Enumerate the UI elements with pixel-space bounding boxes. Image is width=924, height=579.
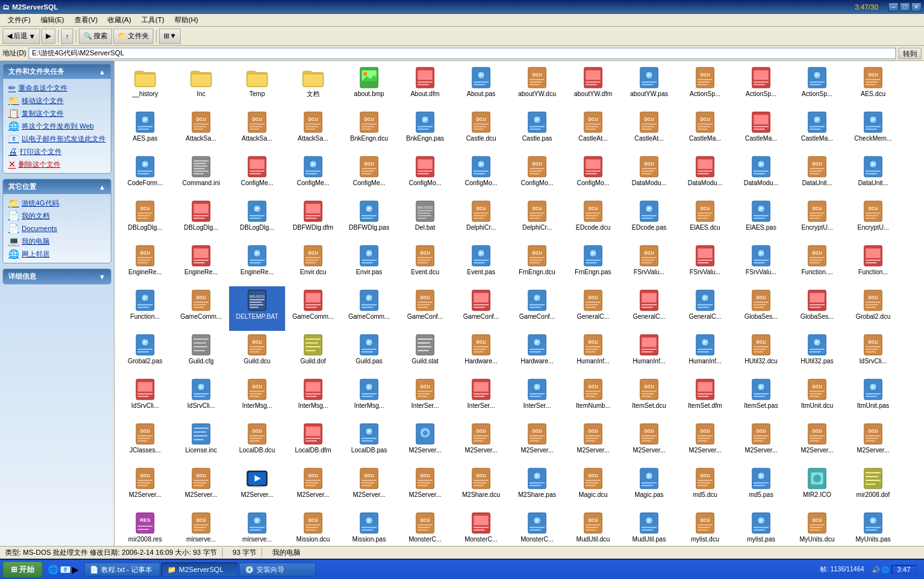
file-item[interactable]: ConfigMo...: [397, 153, 453, 197]
file-item[interactable]: PEngineRe...: [229, 242, 285, 286]
sidebar-move[interactable]: 📁 移动这个文件: [6, 94, 108, 107]
file-item[interactable]: DCUM2Server...: [845, 420, 901, 464]
sidebar-documents[interactable]: 📄 Documents: [6, 222, 108, 235]
file-item[interactable]: about.bmp: [341, 64, 397, 108]
file-item[interactable]: InterSer...: [453, 375, 509, 420]
file-item[interactable]: DCUDelphiCr...: [453, 197, 509, 242]
file-item[interactable]: DCUM2Server...: [285, 464, 341, 509]
sidebar-publish[interactable]: 🌐 将这个文件发布到 Web: [6, 120, 108, 132]
file-item[interactable]: DataModu...: [677, 153, 733, 197]
file-item[interactable]: PDBFWDlg.pas: [341, 197, 397, 242]
file-item[interactable]: PMudUtil.pas: [621, 509, 677, 546]
file-item[interactable]: GlobaSes...: [789, 286, 845, 331]
file-item[interactable]: DCUGuild.dcu: [229, 331, 285, 375]
file-item[interactable]: Pmirserve...: [229, 509, 285, 546]
file-item[interactable]: MS-DOSDELTEMP.BAT: [229, 286, 285, 331]
file-item[interactable]: PDBLogDlg...: [229, 197, 285, 242]
file-item[interactable]: Temp: [229, 64, 285, 108]
file-item[interactable]: PGameConf...: [509, 286, 565, 331]
file-item[interactable]: IdSrvCli...: [117, 375, 173, 420]
file-item[interactable]: DCUAttackSa...: [285, 108, 341, 153]
file-item[interactable]: __history: [117, 64, 173, 108]
file-item[interactable]: DCUGrobal2.dcu: [845, 286, 901, 331]
file-item[interactable]: DCUM2Server...: [453, 420, 509, 464]
menu-tools[interactable]: 工具(T): [136, 14, 169, 26]
file-item[interactable]: EngineRe...: [173, 242, 229, 286]
file-item[interactable]: PInterSer...: [509, 375, 565, 420]
file-item[interactable]: MIR2.ICO: [789, 464, 845, 509]
close-button[interactable]: ✕: [911, 3, 921, 11]
file-item[interactable]: Guild.dof: [285, 331, 341, 375]
file-item[interactable]: PBnkEngn.pas: [397, 108, 453, 153]
file-item[interactable]: DCUDBLogDlg...: [117, 197, 173, 242]
sidebar-section-file-tasks-header[interactable]: 文件和文件夹任务 ▲: [3, 64, 111, 79]
file-item[interactable]: DBFWDlg.dfm: [285, 197, 341, 242]
file-item[interactable]: DCUAttackSa...: [229, 108, 285, 153]
file-item[interactable]: CastleMa...: [733, 108, 789, 153]
file-item[interactable]: DCUJClasses...: [117, 420, 173, 464]
taskbar-item-notepad[interactable]: 📄 教程.txt - 记事本: [84, 562, 160, 576]
file-item[interactable]: PActionSp...: [789, 64, 845, 108]
search-button[interactable]: 🔍 搜索: [79, 29, 112, 44]
taskbar-item-explorer[interactable]: 📁 M2ServerSQL: [162, 562, 238, 576]
file-item[interactable]: PHumanInf...: [677, 331, 733, 375]
file-item[interactable]: DCUM2Share.dcu: [453, 464, 509, 509]
file-item[interactable]: ⚙M2Server...: [397, 420, 453, 464]
file-item[interactable]: PaboutYW.pas: [621, 64, 677, 108]
file-item[interactable]: MS-DOSDel.bat: [397, 197, 453, 242]
file-item[interactable]: PCastle.pas: [509, 108, 565, 153]
file-item[interactable]: PCastleMa...: [789, 108, 845, 153]
file-item[interactable]: PDataModu...: [733, 153, 789, 197]
file-item[interactable]: DCUHardware...: [453, 331, 509, 375]
menu-file[interactable]: 文件(F): [3, 14, 36, 26]
file-item[interactable]: PMonsterC...: [509, 509, 565, 546]
file-item[interactable]: DCUHumanInf...: [565, 331, 621, 375]
up-button[interactable]: ↑: [61, 29, 74, 44]
quick-email-icon[interactable]: 📧: [60, 564, 71, 575]
file-item[interactable]: Function...: [845, 242, 901, 286]
file-item[interactable]: Pmylist.pas: [733, 509, 789, 546]
file-item[interactable]: DCUCastleMa...: [677, 108, 733, 153]
file-item[interactable]: PAbout.pas: [453, 64, 509, 108]
file-item[interactable]: PConfigMo...: [453, 153, 509, 197]
file-item[interactable]: HumanInf...: [621, 331, 677, 375]
file-item[interactable]: mir2008.dof: [845, 464, 901, 509]
file-item[interactable]: DCUDataUnit...: [789, 153, 845, 197]
file-item[interactable]: PInterMsg...: [341, 375, 397, 420]
file-item[interactable]: VideoM2Server...: [229, 464, 285, 509]
maximize-button[interactable]: □: [900, 3, 910, 11]
file-item[interactable]: DCUFunction....: [789, 242, 845, 286]
file-item[interactable]: DCUMudUtil.dcu: [565, 509, 621, 546]
file-item[interactable]: DCUM2Server...: [117, 464, 173, 509]
file-item[interactable]: MonsterC...: [453, 509, 509, 546]
sidebar-rename[interactable]: ✏ 重命名这个文件: [6, 81, 108, 94]
file-item[interactable]: PGameComm...: [341, 286, 397, 331]
file-item[interactable]: DCUConfigMe...: [341, 153, 397, 197]
file-item[interactable]: DCUItemSet.dcu: [621, 375, 677, 420]
file-item[interactable]: DCUM2Server...: [621, 420, 677, 464]
file-item[interactable]: DCUCastleAt...: [621, 108, 677, 153]
folders-button[interactable]: 📁 文件夹: [113, 29, 153, 44]
sidebar-section-details-header[interactable]: 详细信息 ▼: [3, 269, 111, 284]
file-item[interactable]: DBLogDlg...: [173, 197, 229, 242]
file-item[interactable]: PFSrvValu...: [733, 242, 789, 286]
sidebar-delete[interactable]: ✕ 删除这个文件: [6, 158, 108, 171]
file-item[interactable]: PM2Share.pas: [509, 464, 565, 509]
file-item[interactable]: aboutYW.dfm: [565, 64, 621, 108]
file-item[interactable]: Pmd5.pas: [733, 464, 789, 509]
file-item[interactable]: DCUaboutYW.dcu: [509, 64, 565, 108]
file-item[interactable]: DCUFrnEngn.dcu: [509, 242, 565, 286]
file-item[interactable]: DCUGameComm...: [173, 286, 229, 331]
file-item[interactable]: DCUmd5.dcu: [677, 464, 733, 509]
file-item[interactable]: DCUElAES.dcu: [677, 197, 733, 242]
file-item[interactable]: InterMsg...: [285, 375, 341, 420]
file-item[interactable]: DCUItmUnit.dcu: [789, 375, 845, 420]
file-item[interactable]: DCUMagic.dcu: [565, 464, 621, 509]
file-item[interactable]: PCodeForm...: [117, 153, 173, 197]
sidebar-game4g[interactable]: 📁 游统4G代码: [6, 197, 108, 209]
file-item[interactable]: DCUM2Server...: [173, 464, 229, 509]
file-item[interactable]: DCUM2Server...: [341, 464, 397, 509]
file-item[interactable]: DCUGeneralC...: [565, 286, 621, 331]
file-item[interactable]: DCUDelphiCr...: [509, 197, 565, 242]
file-item[interactable]: DCUConfigMo...: [509, 153, 565, 197]
